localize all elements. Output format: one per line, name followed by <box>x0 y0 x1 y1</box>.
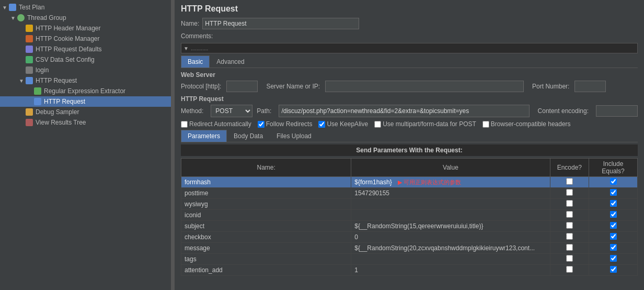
table-row[interactable]: message${__RandomString(20,zcxvqabnshwdd… <box>181 243 638 254</box>
param-equals-cell[interactable] <box>589 210 638 221</box>
param-equals-cell[interactable] <box>589 243 638 254</box>
encode-checkbox[interactable] <box>566 200 573 207</box>
tab-files-upload[interactable]: Files Upload <box>270 130 318 142</box>
param-equals-cell[interactable] <box>589 221 638 232</box>
param-equals-cell[interactable] <box>589 199 638 210</box>
tree-item-header-manager[interactable]: HTTP Header Manager <box>0 23 171 34</box>
table-row[interactable]: checkbox0 <box>181 232 638 243</box>
redirect-auto-label: Redirect Automatically <box>189 120 251 128</box>
tab-basic[interactable]: Basic <box>181 55 210 68</box>
tree-item-testplan[interactable]: ▼ Test Plan <box>0 2 171 13</box>
port-input[interactable] <box>574 81 606 92</box>
tree-item-csv-dataset[interactable]: CSV Data Set Config <box>0 54 171 65</box>
param-value-cell: 1547290155 <box>351 188 550 199</box>
param-encode-cell[interactable] <box>550 232 589 243</box>
equals-checkbox[interactable] <box>610 233 617 240</box>
tree-item-http-request[interactable]: HTTP Request <box>0 96 171 107</box>
encode-checkbox[interactable] <box>566 211 573 218</box>
browser-headers-check[interactable] <box>482 121 489 128</box>
keep-alive-label: Use KeepAlive <box>327 120 368 128</box>
param-encode-cell[interactable] <box>550 221 589 232</box>
tree-item-cookie-manager[interactable]: HTTP Cookie Manager <box>0 34 171 44</box>
send-params-title: Send Parameters With the Request: <box>181 144 638 156</box>
protocol-input[interactable] <box>226 81 258 92</box>
follow-redirects-checkbox[interactable]: Follow Redirects <box>258 120 313 128</box>
param-encode-cell[interactable] <box>550 265 589 276</box>
table-row[interactable]: posttime1547290155 <box>181 188 638 199</box>
param-equals-cell[interactable] <box>589 254 638 265</box>
equals-checkbox[interactable] <box>610 222 617 229</box>
path-input[interactable] <box>279 105 529 117</box>
tree-item-view-results[interactable]: View Results Tree <box>0 117 171 128</box>
keep-alive-checkbox[interactable]: Use KeepAlive <box>318 120 368 128</box>
encode-checkbox[interactable] <box>566 222 573 229</box>
follow-redirects-check[interactable] <box>258 121 264 128</box>
table-row[interactable]: iconid <box>181 210 638 221</box>
checkboxes-row: Redirect Automatically Follow Redirects … <box>181 120 638 128</box>
content-encoding-input[interactable] <box>596 105 638 117</box>
tree-item-regex-extractor[interactable]: Regular Expression Extractor <box>0 86 171 96</box>
equals-checkbox[interactable] <box>610 200 617 207</box>
tab-parameters[interactable]: Parameters <box>181 130 227 142</box>
equals-checkbox[interactable] <box>610 178 617 185</box>
encode-checkbox[interactable] <box>566 233 573 240</box>
right-panel: HTTP Request Name: Comments: ▼ .........… <box>175 0 644 290</box>
table-row[interactable]: tags <box>181 254 638 265</box>
param-value-cell <box>351 210 550 221</box>
encode-checkbox[interactable] <box>566 178 573 185</box>
table-row[interactable]: attention_add1 <box>181 265 638 276</box>
equals-checkbox[interactable] <box>610 211 617 218</box>
param-encode-cell[interactable] <box>550 199 589 210</box>
tab-body-data[interactable]: Body Data <box>227 130 270 142</box>
tree-item-http-request-parent[interactable]: ▼ HTTP Request <box>0 75 171 86</box>
param-equals-cell[interactable] <box>589 177 638 188</box>
param-equals-cell[interactable] <box>589 265 638 276</box>
redirect-auto-checkbox[interactable]: Redirect Automatically <box>181 120 251 128</box>
http-request-section-header: HTTP Request <box>181 95 638 103</box>
param-encode-cell[interactable] <box>550 254 589 265</box>
tree-item-threadgroup[interactable]: ▼ Thread Group <box>0 13 171 23</box>
method-select[interactable]: POST GET PUT DELETE <box>211 105 252 117</box>
browser-headers-label: Browser-compatible headers <box>491 120 571 128</box>
param-encode-cell[interactable] <box>550 210 589 221</box>
multipart-checkbox[interactable]: Use multipart/form-data for POST <box>374 120 476 128</box>
tree-toggle-testplan[interactable]: ▼ <box>2 5 8 10</box>
tree-toggle-http-request-parent[interactable]: ▼ <box>19 78 25 84</box>
param-encode-cell[interactable] <box>550 188 589 199</box>
param-encode-cell[interactable] <box>550 243 589 254</box>
collapse-arrow-icon[interactable]: ▼ <box>183 46 189 51</box>
collapse-bar[interactable]: ▼ ............ <box>181 43 638 53</box>
tree-toggle-threadgroup[interactable]: ▼ <box>10 15 17 21</box>
server-input[interactable] <box>325 81 524 92</box>
equals-checkbox[interactable] <box>610 266 617 273</box>
param-encode-cell[interactable] <box>550 177 589 188</box>
tree-panel: ▼ Test Plan▼ Thread Group HTTP Header Ma… <box>0 0 171 290</box>
tree-item-debug-sampler[interactable]: Debug Sampler <box>0 107 171 117</box>
encode-checkbox[interactable] <box>566 244 573 251</box>
equals-checkbox[interactable] <box>610 189 617 196</box>
debug-icon <box>25 108 33 116</box>
redirect-auto-check[interactable] <box>181 121 188 128</box>
table-row[interactable]: formhash${form1hash} ▶ 可用正则表达式的参数 <box>181 177 638 188</box>
tab-advanced[interactable]: Advanced <box>210 55 251 68</box>
table-row[interactable]: wysiwyg <box>181 199 638 210</box>
encode-checkbox[interactable] <box>566 189 573 196</box>
encode-checkbox[interactable] <box>566 266 573 273</box>
equals-checkbox[interactable] <box>610 255 617 262</box>
param-name-cell: posttime <box>181 188 351 199</box>
param-equals-cell[interactable] <box>589 232 638 243</box>
multipart-check[interactable] <box>374 121 381 128</box>
encode-checkbox[interactable] <box>566 255 573 262</box>
equals-checkbox[interactable] <box>610 244 617 251</box>
tree-label-cookie-manager: HTTP Cookie Manager <box>36 35 100 42</box>
tree-item-login[interactable]: login <box>0 65 171 75</box>
tree-item-req-defaults[interactable]: HTTP Request Defaults <box>0 44 171 54</box>
keep-alive-check[interactable] <box>318 121 325 128</box>
name-input[interactable] <box>202 18 359 29</box>
browser-headers-checkbox[interactable]: Browser-compatible headers <box>482 120 571 128</box>
webserver-section-header: Web Server <box>181 71 638 79</box>
param-equals-cell[interactable] <box>589 188 638 199</box>
httpreq-icon <box>33 97 42 106</box>
table-row[interactable]: subject${__RandomString(15,qereerwrwerui… <box>181 221 638 232</box>
tree-label-testplan: Test Plan <box>19 4 44 11</box>
